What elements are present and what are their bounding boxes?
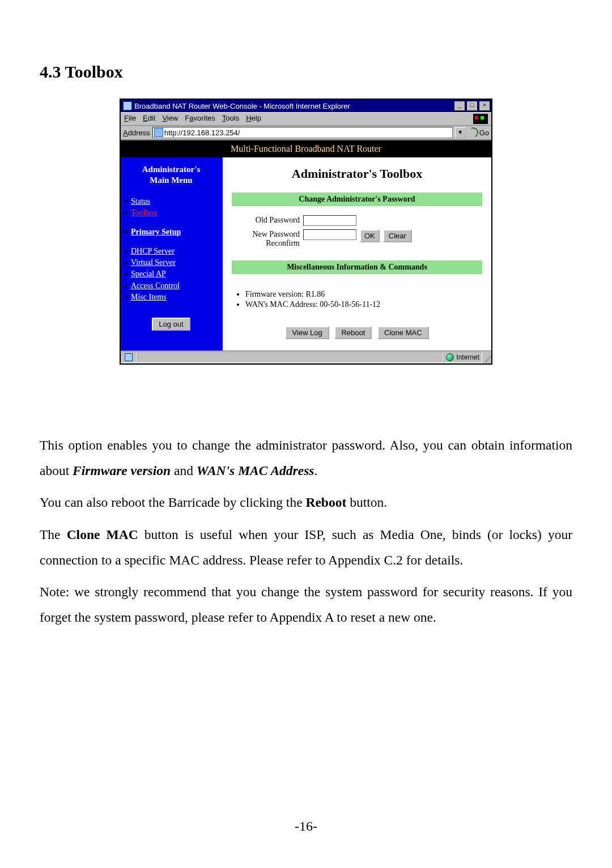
sidebar-item-toolbox[interactable]: Toolbox: [123, 207, 219, 219]
page-content: Multi-Functional Broadband NAT Router Ad…: [121, 140, 491, 350]
window-title: Broadband NAT Router Web-Console - Micro…: [134, 102, 453, 110]
paragraph-3: The Clone MAC button is useful when your…: [40, 522, 572, 572]
address-label: Address: [123, 129, 150, 137]
misc-info-list: Firmware version: R1.86 WAN's MAC Addres…: [232, 282, 482, 318]
sidebar-item-misc-items[interactable]: Misc Items: [123, 292, 219, 303]
sidebar-item-access-control[interactable]: Access Control: [123, 280, 219, 292]
body-text: This option enables you to change the ad…: [40, 433, 572, 630]
main-pane: Administrator's Toolbox Change Administr…: [223, 157, 491, 350]
old-password-input[interactable]: [303, 215, 356, 226]
section-heading: 4.3 Toolbox: [40, 62, 572, 82]
clear-button[interactable]: Clear: [383, 229, 412, 242]
sidebar-item-primary-setup[interactable]: Primary Setup: [123, 226, 219, 238]
paragraph-2: You can also reboot the Barricade by cli…: [40, 490, 572, 515]
menu-favorites[interactable]: Favorites: [185, 114, 215, 124]
view-log-button[interactable]: View Log: [285, 326, 329, 339]
wan-mac-address: WAN's MAC Address: 00-50-18-56-11-12: [245, 300, 479, 309]
maximize-button[interactable]: □: [466, 101, 478, 111]
ie-logo-icon: [473, 114, 488, 124]
menu-bar: File Edit View Favorites Tools Help: [121, 112, 491, 125]
menu-edit[interactable]: Edit: [143, 114, 155, 124]
ok-button[interactable]: OK: [360, 229, 380, 242]
close-button[interactable]: ×: [479, 101, 490, 111]
sidebar-item-status[interactable]: Status: [123, 196, 219, 207]
sidebar-item-virtual-server[interactable]: Virtual Server: [123, 257, 219, 268]
status-zone-label: Internet: [456, 353, 479, 361]
password-section-header: Change Administrator's Password: [232, 193, 482, 206]
internet-zone-icon: [446, 353, 454, 361]
status-page-icon: [121, 352, 137, 363]
banner-title: Multi-Functional Broadband NAT Router: [121, 140, 491, 157]
main-title: Administrator's Toolbox: [232, 166, 482, 181]
page-icon: [154, 128, 163, 137]
logout-button[interactable]: Log out: [152, 318, 190, 331]
status-zone: Internet: [443, 352, 482, 363]
menu-tools[interactable]: Tools: [222, 114, 239, 124]
paragraph-4: Note: we strongly recommend that you cha…: [40, 579, 572, 630]
menu-help[interactable]: Help: [246, 114, 261, 124]
firmware-version: Firmware version: R1.86: [245, 290, 479, 299]
app-icon: [123, 101, 132, 110]
minimize-button[interactable]: _: [454, 101, 465, 111]
browser-window: Broadband NAT Router Web-Console - Micro…: [120, 99, 492, 365]
reboot-button[interactable]: Reboot: [334, 326, 372, 339]
new-password-label: New PasswordReconfirm: [234, 229, 300, 248]
go-button[interactable]: Go: [468, 127, 489, 138]
menu-file[interactable]: File: [124, 114, 136, 124]
url-text: http://192.168.123.254/: [164, 129, 240, 137]
sidebar-item-dhcp[interactable]: DHCP Server: [123, 246, 219, 257]
resize-grip[interactable]: [482, 352, 491, 362]
new-password-input[interactable]: [303, 229, 356, 240]
sidebar-item-special-ap[interactable]: Special AP: [123, 268, 219, 280]
status-message: [137, 352, 443, 363]
status-bar: Internet: [121, 350, 491, 364]
title-bar: Broadband NAT Router Web-Console - Micro…: [121, 100, 491, 112]
misc-section-header: Miscellaneous Information & Commands: [232, 260, 482, 274]
page-number: -16-: [0, 819, 612, 834]
paragraph-1: This option enables you to change the ad…: [40, 433, 572, 483]
clone-mac-button[interactable]: Clone MAC: [377, 326, 428, 339]
url-field[interactable]: http://192.168.123.254/: [152, 127, 453, 138]
sidebar-title: Administrator's Main Menu: [123, 164, 219, 186]
url-dropdown-button[interactable]: ▼: [455, 127, 466, 138]
menu-view[interactable]: View: [162, 114, 178, 124]
address-bar: Address http://192.168.123.254/ ▼ Go: [121, 125, 491, 140]
go-icon: [466, 126, 479, 139]
sidebar: Administrator's Main Menu Status Toolbox…: [121, 157, 223, 350]
old-password-label: Old Password: [234, 215, 300, 225]
go-label: Go: [479, 129, 489, 137]
